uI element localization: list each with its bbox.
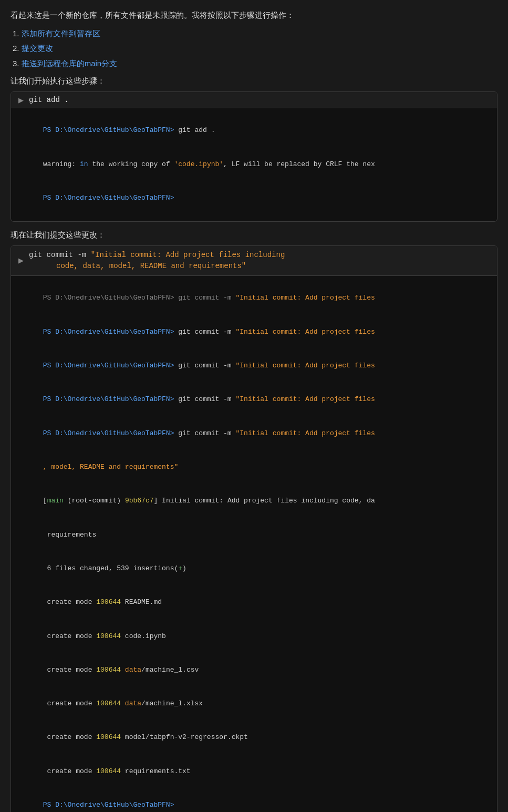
commit-result-line: [main (root-commit) 9bb67c7] Initial com… [18, 484, 490, 518]
start-text: 让我们开始执行这些步骤： [11, 76, 497, 86]
commit-line-2: PS D:\Onedrive\GitHub\GeoTabPFN> git com… [18, 315, 490, 348]
commit-files-changed: 6 files changed, 539 insertions(+) [18, 551, 490, 585]
commit-line-4: PS D:\Onedrive\GitHub\GeoTabPFN> git com… [18, 383, 490, 416]
intro-description: 看起来这是一个新的仓库，所有文件都是未跟踪的。我将按照以下步骤进行操作： [11, 8, 497, 22]
step-2-label: 提交更改 [22, 44, 53, 53]
step-1: 1. 添加所有文件到暂存区 [11, 26, 497, 42]
commit-create-code: create mode 100644 code.ipynb [18, 619, 490, 653]
section2-text: 现在让我们提交这些更改： [11, 230, 497, 240]
steps-list: 1. 添加所有文件到暂存区 2. 提交更改 3. 推送到远程仓库的main分支 [11, 26, 497, 71]
commit-requirements: requirements [18, 518, 490, 551]
commit-final-prompt: PS D:\Onedrive\GitHub\GeoTabPFN> [18, 788, 490, 812]
commit-create-csv: create mode 100644 data/machine_l.csv [18, 653, 490, 686]
git-add-warning-line: warning: in the working copy of 'code.ip… [18, 147, 490, 181]
commit-create-xlsx: create mode 100644 data/machine_l.xlsx [18, 687, 490, 721]
git-add-prompt-line: PS D:\Onedrive\GitHub\GeoTabPFN> git add… [18, 114, 490, 147]
terminal-icon-1: ▶ [18, 96, 24, 104]
step-3-num: 3. [13, 59, 19, 68]
terminal-body-git-add: PS D:\Onedrive\GitHub\GeoTabPFN> git add… [11, 108, 497, 221]
terminal-body-git-commit: PS D:\Onedrive\GitHub\GeoTabPFN> git com… [11, 276, 497, 812]
commit-create-model: create mode 100644 model/tabpfn-v2-regre… [18, 721, 490, 754]
commit-line-1: PS D:\Onedrive\GitHub\GeoTabPFN> git com… [18, 281, 490, 315]
terminal-header-git-commit: ▶ git commit -m "Initial commit: Add pro… [11, 246, 497, 276]
step-1-label: 添加所有文件到暂存区 [22, 29, 100, 38]
commit-line-5: PS D:\Onedrive\GitHub\GeoTabPFN> git com… [18, 416, 490, 450]
terminal-block-git-add: ▶ git add . PS D:\Onedrive\GitHub\GeoTab… [11, 91, 497, 222]
step-2-num: 2. [13, 44, 19, 53]
commit-create-readme: create mode 100644 README.md [18, 585, 490, 619]
terminal-block-git-commit: ▶ git commit -m "Initial commit: Add pro… [11, 245, 497, 812]
step-2: 2. 提交更改 [11, 41, 497, 56]
commit-line-last: , model, README and requirements" [18, 450, 490, 484]
step-3: 3. 推送到远程仓库的main分支 [11, 56, 497, 71]
commit-line-3: PS D:\Onedrive\GitHub\GeoTabPFN> git com… [18, 349, 490, 383]
terminal-header-git-add: ▶ git add . [11, 92, 497, 108]
terminal-icon-2: ▶ [18, 256, 24, 264]
step-1-num: 1. [13, 29, 19, 38]
terminal-command-git-commit: git commit -m "Initial commit: Add proje… [29, 250, 285, 272]
commit-create-requirements: create mode 100644 requirements.txt [18, 754, 490, 788]
step-3-label: 推送到远程仓库的main分支 [22, 59, 118, 68]
terminal-command-git-add: git add . [29, 96, 69, 104]
git-add-prompt-end: PS D:\Onedrive\GitHub\GeoTabPFN> [18, 181, 490, 215]
